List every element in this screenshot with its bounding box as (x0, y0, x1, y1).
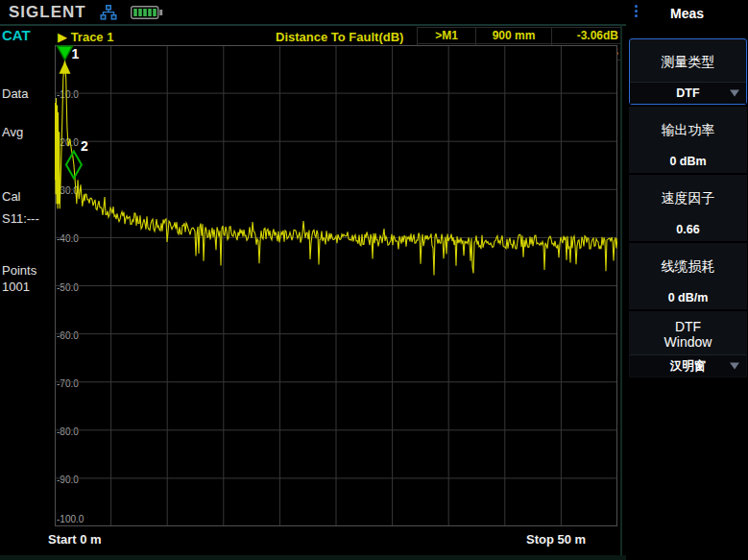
measurement-title: Distance To Fault(dB) (276, 30, 403, 44)
y-axis-tick-label: -70.0 (57, 378, 79, 389)
play-arrow-icon: ▶ (58, 30, 67, 44)
menu-item-label: 输出功率 (630, 108, 746, 151)
menu-item-value: 0 dB/m (630, 287, 746, 308)
siglent-logo: SIGLENT (9, 3, 86, 22)
menu-item-velocity-factor[interactable]: 速度因子 0.66 (629, 175, 747, 241)
y-axis-tick-label: -20.0 (57, 137, 79, 148)
start-distance-field[interactable]: Start 0 m (48, 532, 102, 547)
menu-item-value: DTF (630, 82, 746, 104)
menu-item-measure-type[interactable]: 测量类型 DTF (629, 38, 747, 105)
marker-m1-glyph[interactable]: 1 (58, 46, 80, 74)
chevron-down-icon (730, 90, 739, 97)
y-axis-tick-label: -90.0 (57, 475, 79, 485)
y-axis-tick-label: -100.0 (57, 514, 84, 524)
meas-menu-panel: Meas 测量类型 DTF 输出功率 0 dBm 速度因子 0.66 线缆损耗 … (626, 0, 748, 560)
menu-item-label: 测量类型 (630, 39, 746, 82)
menu-item-value: 汉明窗 (630, 354, 746, 377)
menu-item-dtf-window[interactable]: DTF Window 汉明窗 (629, 311, 747, 377)
y-axis-tick-label: -10.0 (57, 89, 79, 100)
menu-item-value: 0.66 (630, 219, 746, 240)
dtf-chart: -100.0-90.0-80.0-70.0-60.0-50.0-40.0-30.… (55, 45, 617, 526)
battery-icon (131, 5, 163, 20)
marker-x-value: 900 mm (476, 28, 552, 44)
stop-distance-field[interactable]: Stop 50 m (526, 532, 586, 547)
status-s11: S11:--- (2, 211, 39, 226)
y-axis-tick-label: -60.0 (57, 330, 79, 341)
status-points-label: Points (2, 263, 36, 278)
trace-selector[interactable]: ▶ Trace 1 (58, 30, 113, 44)
lan-network-icon (100, 5, 117, 20)
menu-item-label: 线缆损耗 (630, 244, 746, 287)
marker-name: >M1 (418, 28, 476, 44)
menu-item-value: 0 dBm (630, 151, 746, 172)
menu-item-label: 速度因子 (630, 176, 746, 219)
status-cal: Cal (2, 189, 21, 204)
status-points-value: 1001 (2, 280, 30, 294)
trace-label: Trace 1 (71, 30, 114, 44)
menu-header: Meas (626, 0, 748, 26)
screen-menu-divider (620, 24, 622, 555)
marker-row-m1: >M1 900 mm -3.06dB (418, 28, 622, 44)
marker-y-value: -3.06dB (552, 28, 622, 44)
menu-item-output-power[interactable]: 输出功率 0 dBm (629, 107, 747, 173)
y-axis-tick-label: -50.0 (57, 282, 79, 293)
trace-plot: 12 (55, 45, 617, 526)
svg-text:1: 1 (72, 46, 80, 61)
status-data: Data (2, 86, 28, 101)
y-axis-tick-label: -30.0 (57, 185, 79, 196)
svg-text:2: 2 (81, 138, 88, 154)
y-axis-tick-label: -80.0 (57, 426, 79, 437)
menu-title: Meas (670, 6, 704, 21)
mode-indicator-cat: CAT (2, 27, 31, 43)
menu-item-cable-loss[interactable]: 线缆损耗 0 dB/m (629, 243, 747, 309)
more-menu-icon[interactable] (635, 5, 638, 17)
menu-item-label: DTF Window (650, 312, 727, 354)
chevron-down-icon (730, 363, 739, 370)
y-axis-tick-label: -40.0 (57, 233, 79, 244)
status-avg: Avg (2, 125, 23, 139)
